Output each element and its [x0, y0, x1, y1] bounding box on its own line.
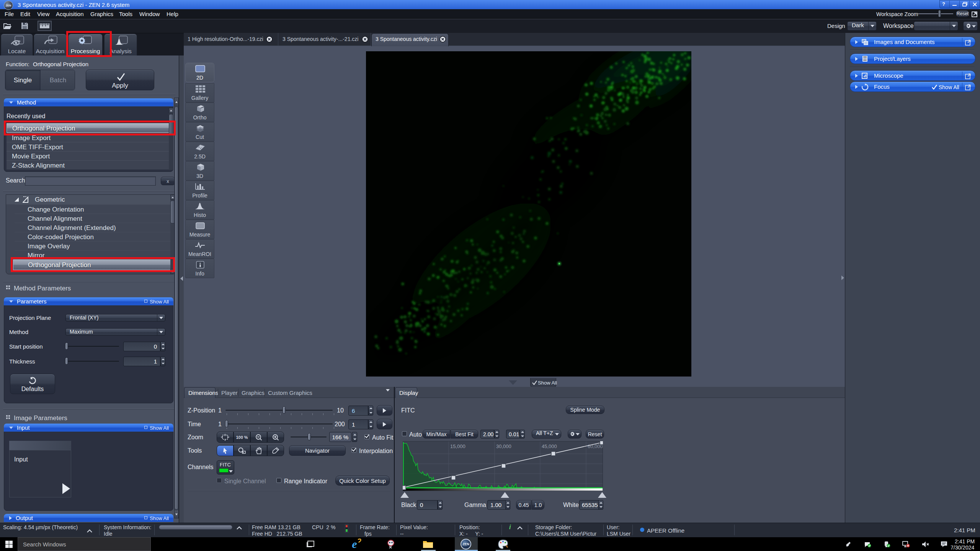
svg-text:30,000: 30,000	[496, 443, 511, 449]
svg-text:45,000: 45,000	[542, 443, 557, 449]
svg-text:15,000: 15,000	[450, 443, 466, 449]
